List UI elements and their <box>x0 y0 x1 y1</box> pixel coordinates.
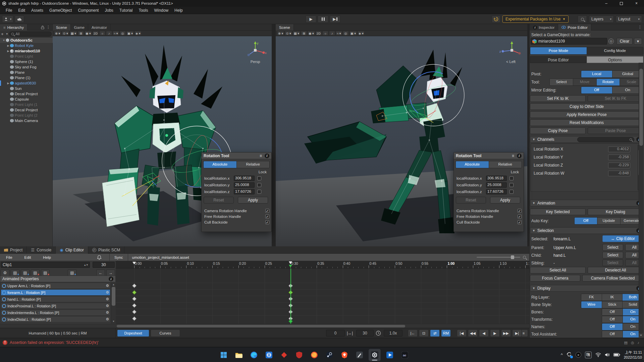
playhead-marker[interactable] <box>289 261 292 264</box>
skip-end-icon[interactable]: ▶| <box>512 329 522 337</box>
properties-scrollbar[interactable]: ▲ ▼ <box>111 283 116 323</box>
camera-icon[interactable]: ▣ ▾ <box>350 31 357 36</box>
speed-field[interactable]: 1.0x <box>384 330 402 337</box>
menu-help[interactable]: Help <box>171 8 186 13</box>
shaded-mode-icon[interactable]: ◉ ▾ <box>85 31 92 36</box>
relative-tab[interactable]: Relative <box>237 161 270 168</box>
mode-2d[interactable]: 2D <box>93 31 99 36</box>
animated-property-hand-l[interactable]: hand.L : Rotation [P]⚙ <box>1 296 110 302</box>
snap-icon[interactable]: ⊞ <box>78 31 84 36</box>
taskbar-paint-app-icon[interactable] <box>354 349 366 361</box>
hierarchy-item-miriarobot110[interactable]: ▶miriarobot110 <box>0 48 53 54</box>
delete-clip-icon[interactable]: ▤× <box>31 269 40 276</box>
process-icon[interactable]: ◎ <box>631 341 634 345</box>
hierarchy-item-decal-project[interactable]: Decal Project <box>0 91 53 97</box>
volume-icon[interactable] <box>605 353 610 357</box>
status-error-bar[interactable]: ! Assertion failed on expression: 'SUCCE… <box>0 338 644 347</box>
cull-backside-checkbox[interactable]: ✓ <box>518 220 522 224</box>
export-clip-icon[interactable]: ▤+ <box>68 269 76 276</box>
pivot-local-button[interactable]: Local <box>581 71 612 77</box>
frame-box-icon[interactable]: ⊡ <box>419 329 429 337</box>
property-gear-icon[interactable]: ⚙ <box>106 297 109 301</box>
axis-gizmo-right[interactable]: z < Left <box>499 40 523 66</box>
property-gear-icon[interactable]: ⚙ <box>106 317 109 321</box>
create-object-button[interactable]: +▾ <box>1 32 8 37</box>
clear-button[interactable]: Clear <box>616 38 633 45</box>
menu-file[interactable]: File <box>3 8 15 13</box>
popup-title-bar[interactable]: Rotation Tool≡i <box>202 153 271 159</box>
taskbar-firefox-browser-icon[interactable] <box>308 349 320 361</box>
transforms-off-button[interactable]: Off <box>602 316 623 323</box>
rm-button[interactable]: RM <box>441 329 451 337</box>
reset-button[interactable]: Reset <box>456 197 486 203</box>
taskbar-brave-browser-icon[interactable] <box>338 349 351 361</box>
auto-key-update-button[interactable]: Update <box>597 218 620 224</box>
bottom-tab-plastic-scm[interactable]: PPlastic SCM <box>88 246 124 254</box>
expand-arrow-icon[interactable]: ▶ <box>6 50 10 53</box>
property-gear-icon[interactable]: ⚙ <box>106 290 109 295</box>
onedrive-sync-icon[interactable] <box>567 352 572 358</box>
tab-pose-editor[interactable]: Pose Editor <box>558 24 591 31</box>
dopesheet[interactable] <box>116 268 529 324</box>
clip-start-marker[interactable] <box>132 262 136 264</box>
start-frame-field[interactable]: 0 <box>326 330 345 337</box>
animation-header[interactable]: ▼Animation i <box>530 200 643 206</box>
timeline-search-icon[interactable] <box>523 256 526 259</box>
animated-property-indexdistal-l[interactable]: IndexDistal.L : Rotation [P]⚙ <box>1 316 110 322</box>
step-back-icon[interactable]: ◀ <box>479 329 489 337</box>
clip-editor-link-button[interactable]: ↔Clip Editor <box>602 235 643 242</box>
hierarchy-item-plane[interactable]: Plane <box>0 70 53 75</box>
clip-file-menu[interactable]: File <box>0 255 18 259</box>
popup-info-icon[interactable]: i <box>265 154 269 158</box>
camera-rotation-handle-checkbox[interactable]: ✓ <box>518 209 522 213</box>
taskbar-clock[interactable]: 上午 11:11 2022/11/10 <box>624 350 642 360</box>
hierarchy-item-sphere-1-[interactable]: Sphere (1) <box>0 59 53 64</box>
pause-button[interactable] <box>318 15 328 23</box>
tool-move-button[interactable]: Move <box>573 79 597 85</box>
taskbar-media-app-icon[interactable] <box>384 349 396 361</box>
popup-title-bar[interactable]: Rotation Tool≡i <box>454 153 524 159</box>
taskbar-edge-browser-icon[interactable] <box>248 349 260 361</box>
lock-checkbox[interactable] <box>509 176 514 180</box>
clip-edit-menu[interactable]: Edit <box>18 255 37 259</box>
tray-chevron-icon[interactable]: ^ <box>561 352 563 357</box>
focus-camera-button[interactable]: Focus Camera <box>530 275 580 282</box>
tray-close-app-icon[interactable]: × <box>576 352 581 358</box>
tab-inspector[interactable]: iInspector <box>530 24 558 31</box>
inspector-menu-icon[interactable]: ⋮ <box>638 25 642 29</box>
lighting-icon[interactable]: ☼ <box>322 31 328 36</box>
taskbar-steam-icon[interactable] <box>323 349 335 361</box>
expand-arrow-icon[interactable]: ▶ <box>6 44 10 47</box>
lock-checkbox[interactable] <box>509 183 514 187</box>
absolute-tab[interactable]: Absolute <box>456 161 489 168</box>
select-button[interactable]: Select <box>602 244 623 251</box>
keyframe-diamond[interactable] <box>132 284 137 288</box>
hierarchy-item-robot-kyle[interactable]: ▶Robot Kyle <box>0 43 53 48</box>
taskbar-security-shield-icon[interactable] <box>293 349 305 361</box>
property-gear-icon[interactable]: ⚙ <box>106 284 109 288</box>
menu-component[interactable]: Component <box>75 8 102 13</box>
localRotation-y-field[interactable]: 25.0008 <box>234 182 255 188</box>
tab-hierarchy[interactable]: ≡Hierarchy <box>0 24 28 31</box>
deselect-all-button[interactable]: Deselect All <box>588 267 643 274</box>
rig-ik-button[interactable]: IK <box>602 294 623 301</box>
playhead-green-marker[interactable] <box>289 265 292 267</box>
hierarchy-search-input[interactable]: All <box>9 32 52 37</box>
keyframe-diamond[interactable] <box>132 303 137 308</box>
loop-icon[interactable]: ⇄ <box>430 329 440 337</box>
go-start-icon[interactable]: |← <box>408 329 418 337</box>
hierarchy-item-sun[interactable]: Sun <box>0 86 53 91</box>
status-bell-icon[interactable]: ♪ <box>638 341 640 345</box>
hierarchy-item-point-light[interactable]: Point Light <box>0 54 53 59</box>
hierarchy-item-point-light-1[interactable]: Point Light (1 <box>0 102 53 107</box>
shaded-mode-icon[interactable]: ◉ ▾ <box>308 31 315 36</box>
copy-to-other-side-button[interactable]: Copy to Other Side <box>530 103 643 110</box>
rig-fk-button[interactable]: FK <box>581 294 602 301</box>
localRotation-y-field[interactable]: 25.0008 <box>486 182 507 188</box>
gizmos-icon[interactable]: ◈ ▾ <box>358 31 365 36</box>
bottom-tab-console[interactable]: ☰Console <box>27 246 56 254</box>
subtab-options[interactable]: Options <box>587 56 643 63</box>
key-dialog-button[interactable]: Key Dialog <box>588 208 643 215</box>
key-selected-button[interactable]: Key Selected <box>530 208 586 215</box>
tool-select-button[interactable]: Select <box>550 79 573 85</box>
